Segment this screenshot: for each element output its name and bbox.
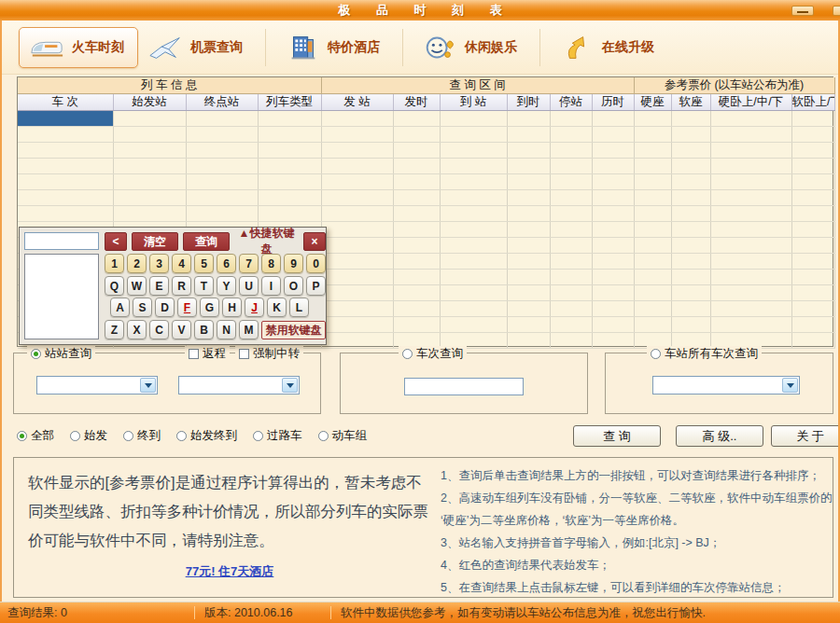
grid-cell[interactable]: [634, 174, 671, 190]
grid-cell[interactable]: [710, 206, 791, 222]
table-row[interactable]: [18, 127, 834, 143]
grid-cell[interactable]: [393, 317, 440, 333]
minimize-button[interactable]: [791, 6, 814, 16]
grid-cell[interactable]: [550, 190, 592, 206]
key-o[interactable]: O: [284, 276, 303, 296]
grid-cell[interactable]: [791, 190, 834, 206]
grid-cell[interactable]: [440, 143, 507, 159]
grid-cell-selected[interactable]: [18, 111, 113, 127]
grid-cell[interactable]: [186, 206, 258, 222]
grid-column-header[interactable]: 软卧上/下: [791, 94, 834, 111]
grid-column-header[interactable]: 停站: [550, 94, 592, 111]
key-h[interactable]: H: [222, 298, 242, 317]
grid-cell[interactable]: [393, 190, 440, 206]
key-u[interactable]: U: [239, 276, 259, 296]
hotel-ad-link[interactable]: 77元! 住7天酒店: [28, 563, 431, 580]
grid-cell[interactable]: [321, 254, 393, 270]
grid-column-header[interactable]: 发 站: [321, 94, 393, 111]
grid-cell[interactable]: [592, 111, 634, 127]
key-q[interactable]: Q: [105, 276, 124, 296]
grid-cell[interactable]: [634, 143, 671, 159]
grid-cell[interactable]: [550, 254, 592, 270]
grid-cell[interactable]: [393, 143, 440, 159]
grid-cell[interactable]: [550, 222, 592, 238]
grid-cell[interactable]: [634, 285, 671, 301]
grid-cell[interactable]: [791, 206, 834, 222]
grid-cell[interactable]: [550, 238, 592, 254]
grid-column-header[interactable]: 终点站: [186, 94, 258, 111]
key-8[interactable]: 8: [261, 254, 281, 273]
key-t[interactable]: T: [194, 276, 214, 296]
table-row[interactable]: [18, 159, 834, 174]
grid-cell[interactable]: [186, 159, 258, 174]
grid-cell[interactable]: [791, 111, 834, 127]
grid-cell[interactable]: [258, 206, 321, 222]
grid-cell[interactable]: [634, 270, 671, 285]
grid-cell[interactable]: [507, 111, 550, 127]
grid-cell[interactable]: [393, 270, 440, 285]
grid-cell[interactable]: [671, 206, 710, 222]
grid-cell[interactable]: [507, 190, 550, 206]
grid-column-header[interactable]: 到 站: [440, 94, 507, 111]
grid-cell[interactable]: [550, 159, 592, 174]
filter-radio[interactable]: [318, 431, 329, 441]
grid-cell[interactable]: [791, 127, 834, 143]
grid-cell[interactable]: [634, 159, 671, 174]
station-suggestion-list[interactable]: [24, 254, 99, 339]
key-x[interactable]: X: [127, 320, 147, 339]
filter-option[interactable]: 动车组: [318, 428, 368, 444]
grid-cell[interactable]: [440, 190, 507, 206]
grid-cell[interactable]: [671, 317, 710, 333]
station-all-trains-option[interactable]: 车站所有车次查询: [647, 346, 762, 362]
grid-cell[interactable]: [791, 301, 834, 317]
grid-cell[interactable]: [634, 222, 671, 238]
grid-cell[interactable]: [507, 206, 550, 222]
query-button[interactable]: 查 询: [573, 425, 661, 447]
key-j[interactable]: J: [245, 298, 264, 317]
grid-cell[interactable]: [671, 159, 710, 174]
key-0[interactable]: 0: [306, 254, 326, 273]
train-number-query-option[interactable]: 车次查询: [399, 346, 467, 362]
grid-cell[interactable]: [393, 301, 440, 317]
key-l[interactable]: L: [289, 298, 309, 317]
chevron-down-icon[interactable]: [140, 378, 156, 393]
grid-cell[interactable]: [440, 285, 507, 301]
grid-cell[interactable]: [791, 143, 834, 159]
grid-cell[interactable]: [592, 222, 634, 238]
grid-column-header[interactable]: 车 次: [18, 94, 113, 111]
grid-cell[interactable]: [592, 127, 634, 143]
grid-cell[interactable]: [592, 159, 634, 174]
grid-cell[interactable]: [321, 317, 393, 333]
grid-cell[interactable]: [186, 143, 258, 159]
grid-column-header[interactable]: 发时: [393, 94, 440, 111]
grid-cell[interactable]: [440, 206, 507, 222]
grid-cell[interactable]: [550, 111, 592, 127]
grid-cell[interactable]: [321, 127, 393, 143]
grid-cell[interactable]: [671, 127, 710, 143]
grid-cell[interactable]: [671, 111, 710, 127]
return-trip-checkbox[interactable]: [189, 349, 199, 359]
grid-cell[interactable]: [321, 174, 393, 190]
grid-cell[interactable]: [393, 285, 440, 301]
filter-radio[interactable]: [253, 431, 263, 441]
grid-cell[interactable]: [592, 333, 634, 349]
filter-radio[interactable]: [176, 431, 187, 441]
grid-cell[interactable]: [791, 174, 834, 190]
filter-radio[interactable]: [123, 431, 133, 441]
grid-cell[interactable]: [671, 301, 710, 317]
key-m[interactable]: M: [239, 320, 259, 339]
grid-column-header[interactable]: 历时: [592, 94, 634, 111]
toolbar-item-flight-query[interactable]: 机票查询: [138, 28, 256, 67]
grid-column-header[interactable]: 列车类型: [258, 94, 321, 111]
table-row[interactable]: [18, 143, 834, 159]
grid-cell[interactable]: [321, 333, 393, 349]
filter-option[interactable]: 始发终到: [176, 428, 237, 444]
grid-cell[interactable]: [393, 127, 440, 143]
grid-cell[interactable]: [186, 127, 258, 143]
toolbar-item-train-schedule[interactable]: 火车时刻: [19, 27, 138, 68]
grid-cell[interactable]: [671, 222, 710, 238]
grid-cell[interactable]: [393, 254, 440, 270]
grid-cell[interactable]: [321, 143, 393, 159]
grid-cell[interactable]: [592, 190, 634, 206]
grid-cell[interactable]: [440, 270, 507, 285]
